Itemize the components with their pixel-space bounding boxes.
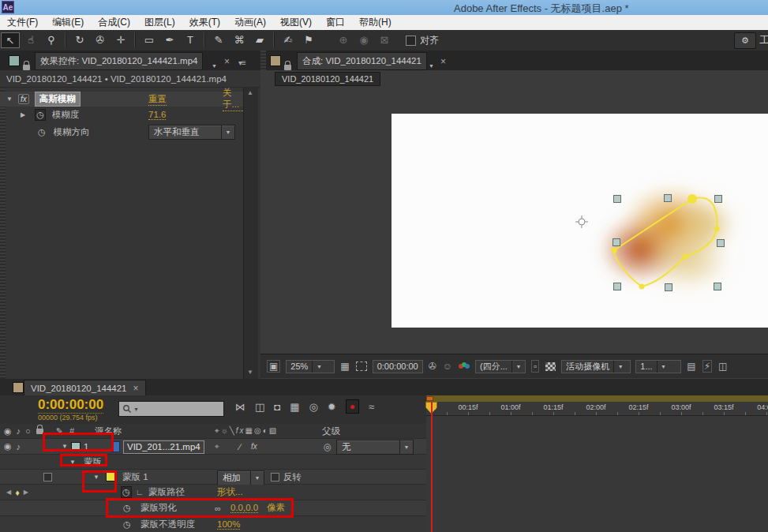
panel-menu-icon[interactable] (238, 54, 245, 69)
mask-feather-value[interactable]: 0.0,0.0 (230, 503, 258, 513)
mask-visibility-checkbox[interactable] (43, 473, 52, 481)
mask-path-stopwatch-icon[interactable]: ◷ (121, 486, 132, 498)
graph-editor-icon[interactable]: ≈ (369, 401, 374, 413)
composition-viewport[interactable] (391, 114, 768, 328)
brush-tool-icon[interactable]: ✎ (209, 32, 228, 48)
menu-animation[interactable]: 动画(A) (227, 15, 273, 30)
layer-label-swatch[interactable] (71, 442, 81, 451)
keyframe-at-time-icon[interactable]: ♦ (15, 488, 20, 497)
camera-tool-icon[interactable]: ✇ (91, 32, 110, 48)
type-tool-icon[interactable]: T (181, 32, 200, 48)
next-keyframe-icon[interactable]: ▶ (24, 489, 28, 496)
current-time-indicator-line[interactable] (431, 402, 433, 532)
mask-opacity-value[interactable]: 100% (217, 519, 240, 530)
mask-path-value[interactable]: 形状... (217, 486, 243, 499)
layer-shy-icon[interactable]: ⌖ (215, 442, 219, 451)
menu-window[interactable]: 窗口 (319, 15, 352, 30)
dropdown-arrow-icon[interactable] (511, 361, 525, 373)
transparency-grid-icon[interactable] (545, 362, 556, 371)
reset-link[interactable]: 重置 (148, 93, 167, 106)
mask-opacity-stopwatch-icon[interactable]: ◷ (123, 519, 131, 530)
layer-source-name[interactable]: VID_201...21.mp4 (123, 440, 204, 454)
effect-controls-tab[interactable]: 效果控件: VID_20180120_144421.mp4 (35, 52, 203, 70)
brainstorm-icon[interactable]: ✹ (328, 401, 336, 413)
menu-view[interactable]: 视图(V) (273, 15, 319, 30)
snapshot-camera-icon[interactable]: ✇ (429, 361, 436, 372)
rectangle-tool-icon[interactable]: ▭ (140, 32, 159, 48)
effects-scrollbar[interactable]: ▲ ▼ (243, 88, 258, 379)
stopwatch-icon[interactable]: ◷ (38, 127, 46, 137)
pan-behind-tool-icon[interactable]: ✛ (111, 32, 130, 48)
rotation-tool-icon[interactable]: ↻ (70, 32, 89, 48)
show-channel-icon[interactable] (459, 362, 470, 370)
blurriness-value[interactable]: 71.6 (148, 110, 166, 120)
layer-fx-icon[interactable]: fx (251, 442, 257, 451)
composition-tab[interactable]: 合成: VID_20180120_144421 (297, 52, 427, 70)
always-preview-icon[interactable]: ▣ (267, 360, 280, 373)
mask1-row[interactable]: ▼ 蒙版 1 相加 反转 (0, 470, 426, 485)
work-area-start-handle[interactable] (426, 396, 433, 401)
puppet-pin-tool-icon[interactable]: ⚑ (299, 32, 318, 48)
layer-eye-icon[interactable]: ◉ (4, 441, 12, 451)
timeline-tab[interactable]: VID_20180120_144421 (24, 380, 146, 396)
stopwatch-icon[interactable]: ◷ (35, 109, 46, 121)
tab-dropdown-icon[interactable] (429, 57, 434, 71)
scroll-up-icon[interactable]: ▲ (247, 89, 253, 96)
mini-flowchart-icon[interactable]: ⋈ (235, 401, 245, 413)
menu-edit[interactable]: 编辑(E) (45, 15, 91, 30)
parent-pickwhip-icon[interactable]: ◎ (324, 441, 332, 452)
mask-mode-dropdown[interactable]: 相加 (217, 470, 264, 485)
scroll-down-icon[interactable]: ▼ (247, 369, 253, 376)
mask-name[interactable]: 蒙版 1 (122, 471, 148, 483)
menu-help[interactable]: 帮助(H) (352, 15, 399, 30)
keyframe-navigator[interactable]: ◀ ♦ ▶ (6, 488, 28, 497)
layer-audio-icon[interactable]: ♪ (17, 442, 21, 451)
prev-keyframe-icon[interactable]: ◀ (6, 489, 11, 496)
menu-layer[interactable]: 图层(L) (137, 15, 182, 30)
masks-expand-triangle-icon[interactable]: ▼ (69, 459, 76, 466)
timeline-button-icon[interactable]: ▤ (687, 361, 695, 372)
exposure-icon[interactable]: ◫ (718, 361, 727, 372)
menu-composition[interactable]: 合成(C) (91, 15, 137, 30)
hide-shy-layers-icon[interactable]: ◘ (274, 401, 280, 413)
mask1-expand-triangle-icon[interactable]: ▼ (93, 474, 99, 481)
search-options-arrow-icon[interactable]: ▼ (133, 406, 139, 412)
world-axis-mode-icon[interactable]: ◉ (354, 32, 373, 48)
region-of-interest-icon[interactable] (356, 362, 367, 371)
show-snapshot-icon[interactable]: ☺ (443, 361, 452, 372)
timeline-search-input[interactable]: ▼ (118, 401, 224, 417)
auto-keyframe-icon[interactable]: ● (346, 399, 359, 414)
mask-opacity-row[interactable]: ◷ 蒙版不透明度 100% (0, 516, 426, 532)
view-axis-mode-icon[interactable]: ⊠ (375, 32, 394, 48)
dropdown-arrow-icon[interactable] (657, 361, 670, 373)
flowchart-button-icon[interactable]: ⚡ (702, 360, 712, 373)
dropdown-arrow-icon[interactable] (312, 361, 325, 373)
frame-blending-icon[interactable]: ▦ (290, 401, 299, 413)
resolution-dropdown[interactable]: (四分... (475, 360, 526, 373)
comp-timecode-button[interactable]: 0:00:00:00 (373, 360, 423, 373)
zoom-tool-icon[interactable]: ⚲ (42, 32, 61, 48)
mask-color-swatch[interactable] (106, 472, 115, 481)
collapse-triangle-icon[interactable]: ▼ (6, 96, 13, 103)
mask-path-row[interactable]: ◀ ♦ ▶ ◷ ∟ 蒙版路径 形状... (0, 485, 426, 500)
mask-invert-checkbox[interactable] (271, 473, 279, 481)
tab-close-icon[interactable] (440, 54, 446, 68)
layer-quality-icon[interactable]: ∕ (239, 442, 241, 451)
safe-zones-icon[interactable]: ▦ (340, 361, 349, 372)
time-ruler[interactable]: 0f 00:15f 01:00f 01:15f 02:00f 02:15f 03… (426, 402, 768, 416)
source-name-column-label[interactable]: 源名称 (95, 425, 122, 437)
selection-tool-icon[interactable]: ↖ (1, 32, 20, 48)
layer-expand-triangle-icon[interactable]: ▼ (62, 443, 68, 450)
fast-previews-icon[interactable]: ▫ (531, 360, 539, 373)
clone-stamp-tool-icon[interactable]: ⌘ (230, 32, 249, 48)
layer-row[interactable]: ◉ ♪ ▼ 1 VID_201...21.mp4 ⌖ ∕ fx ◎ 无 (0, 439, 426, 455)
workspace-button[interactable]: ⚙ (734, 32, 756, 49)
parent-column-label[interactable]: 父级 (322, 425, 340, 437)
draft-3d-icon[interactable]: ◫ (255, 401, 264, 413)
constrain-link-icon[interactable]: ∞ (215, 504, 221, 513)
dropdown-arrow-icon[interactable] (221, 126, 234, 139)
pen-tool-icon[interactable]: ✒ (160, 32, 179, 48)
dropdown-arrow-icon[interactable] (399, 440, 413, 454)
lock-icon[interactable] (23, 65, 30, 70)
magnification-dropdown[interactable]: 25% (286, 360, 335, 373)
